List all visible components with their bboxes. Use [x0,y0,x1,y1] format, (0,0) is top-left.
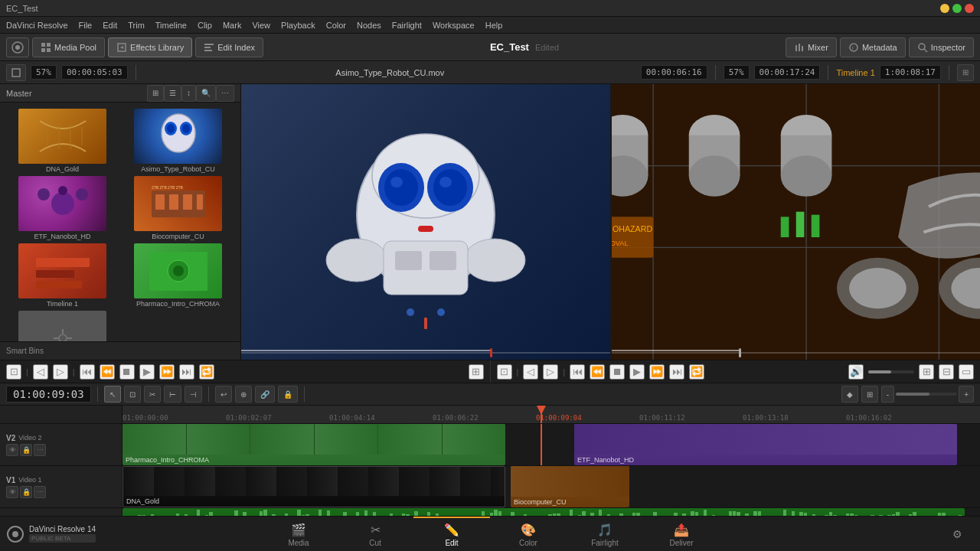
grid-view-button[interactable]: ☰ [164,85,181,102]
zoom-fit-button[interactable]: ⊕ [235,386,252,403]
metadata-button[interactable]: i Metadata [840,37,906,57]
menu-playback[interactable]: Playback [281,21,315,30]
timeline-fullscreen-button[interactable]: ⊞ [919,364,934,380]
timeline-progress-bar[interactable] [612,352,981,354]
source-step-back-button[interactable]: ⏪ [100,364,115,380]
timeline-prev-button[interactable]: ◁ [523,364,538,380]
v1-lock-button[interactable]: 🔒 [20,486,32,498]
arrow-select-tool[interactable]: ↖ [104,386,121,403]
timeline-view-button[interactable]: ⊡ [497,364,512,380]
lock-clips-button[interactable]: 🔒 [278,386,298,403]
menu-nodes[interactable]: Nodes [357,21,381,30]
menu-timeline[interactable]: Timeline [155,21,187,30]
nav-fairlight[interactable]: 🎵 Fairlight [567,517,643,552]
v1-more-button[interactable]: ⋯ [34,486,46,498]
menu-file[interactable]: File [79,21,93,30]
link-clips-button[interactable]: 🔗 [255,386,275,403]
logo-button[interactable] [6,37,29,57]
menu-clip[interactable]: Clip [198,21,212,30]
menu-help[interactable]: Help [485,21,503,30]
menu-davinci[interactable]: DaVinci Resolve [6,21,68,30]
marker-button[interactable]: ◆ [841,386,858,403]
source-zoom[interactable]: 57% [31,65,57,80]
effects-library-button[interactable]: Effects Library [108,37,192,57]
trim-mode-button[interactable]: ⊢ [164,386,181,403]
zoom-slider[interactable] [896,393,957,396]
timeline-loop-button[interactable]: 🔁 [689,364,704,380]
timeline-pip-button[interactable]: ⊟ [939,364,954,380]
nav-cut[interactable]: ✂ Cut [337,517,413,552]
menu-mark[interactable]: Mark [223,21,241,30]
media-item-etf[interactable]: ETF_Nanobot_HD [6,176,119,240]
maximize-button[interactable] [952,4,962,13]
edit-mode-button[interactable]: ✂ [144,386,161,403]
nav-media[interactable]: 🎬 Media [260,517,337,552]
menu-edit[interactable]: Edit [103,21,117,30]
timeline-play-button[interactable]: ▶ [629,364,645,380]
inspector-button[interactable]: Inspector [909,37,974,57]
snap-button[interactable]: ⊞ [861,386,878,403]
media-item-robot[interactable]: Asimo_Type_Robot_CU [122,109,234,173]
media-item-timeline[interactable]: Timeline 1 [6,243,119,308]
media-item-lcd[interactable]: LCD_Panel_Intro [6,311,119,341]
timeline-skip-forward-button[interactable]: ⏭ [669,364,684,380]
timeline-skip-back-button[interactable]: ⏮ [570,364,585,380]
source-mark-in-button[interactable]: ▷ [53,364,68,380]
more-options-button[interactable]: ⋯ [216,85,234,102]
media-item-pharmaco[interactable]: Pharmaco_Intro_CHROMA [122,243,234,308]
volume-slider[interactable] [868,370,914,373]
nav-edit[interactable]: ✏️ Edit [413,517,490,552]
menu-trim[interactable]: Trim [128,21,145,30]
source-skip-back-button[interactable]: ⏮ [80,364,95,380]
settings-button[interactable]: ⚙ [948,526,967,543]
v1-eye-button[interactable]: 👁 [6,486,18,498]
menu-fairlight[interactable]: Fairlight [392,21,422,30]
menu-color[interactable]: Color [326,21,346,30]
undo-button[interactable]: ↩ [215,386,232,403]
source-loop-button[interactable]: 🔁 [199,364,214,380]
clip-pharmaco-v2[interactable]: Pharmaco_Intro_CHROMA [122,424,505,465]
timeline-step-forward-button[interactable]: ⏩ [649,364,665,380]
clip-etf-v2[interactable]: ETF_Nanobot_HD [574,424,957,465]
source-progress-bar[interactable] [241,352,610,354]
expand-button[interactable]: ⊞ [957,64,974,81]
mixer-button[interactable]: Mixer [786,37,837,57]
source-fullscreen-button[interactable]: ⊞ [469,364,484,380]
timeline-name-display[interactable]: Timeline 1 [836,68,874,77]
media-item-bio[interactable]: 2TB 2TB 2TB 2TB Biocomputer_CU [122,176,234,240]
timeline-step-back-button[interactable]: ⏪ [590,364,605,380]
v2-eye-button[interactable]: 👁 [6,444,18,456]
timeline-zoom[interactable]: 57% [724,65,750,80]
edit-index-button[interactable]: Edit Index [195,37,263,57]
source-skip-forward-button[interactable]: ⏭ [179,364,194,380]
viewer-mode-button[interactable] [6,64,26,81]
media-item-dna-gold[interactable]: DNA_Gold [6,109,119,173]
smart-bins[interactable]: Smart Bins [0,341,240,360]
minimize-button[interactable] [940,4,949,13]
sort-button[interactable]: ↕ [181,85,196,102]
menu-view[interactable]: View [252,21,270,30]
zoom-in-button[interactable]: + [959,386,974,403]
source-prev-frame-button[interactable]: ◁ [33,364,48,380]
menu-workspace[interactable]: Workspace [433,21,475,30]
v2-more-button[interactable]: ⋯ [34,444,46,456]
volume-button[interactable]: 🔊 [848,364,864,380]
close-button[interactable] [965,4,974,13]
zoom-out-button[interactable]: - [881,386,894,403]
clip-dna-v1[interactable]: DNA_Gold [122,466,505,507]
timeline-cinema-button[interactable]: ▭ [959,364,974,380]
timeline-next-button[interactable]: ▷ [543,364,558,380]
nav-color[interactable]: 🎨 Color [490,517,567,552]
search-button[interactable]: 🔍 [196,85,216,102]
timeline-stop-button[interactable]: ⏹ [609,364,625,380]
clip-bio-v1[interactable]: Biocomputer_CU [511,466,629,507]
nav-deliver[interactable]: 📤 Deliver [643,517,720,552]
source-stop-button[interactable]: ⏹ [119,364,135,380]
v2-lock-button[interactable]: 🔒 [20,444,32,456]
source-step-forward-button[interactable]: ⏩ [159,364,175,380]
selection-mode-button[interactable]: ⊡ [124,386,141,403]
source-view-button[interactable]: ⊡ [6,364,21,380]
list-view-button[interactable]: ⊞ [147,85,164,102]
blade-tool[interactable]: ⊣ [185,386,202,403]
current-time-display[interactable]: 01:00:09:03 [6,386,91,403]
